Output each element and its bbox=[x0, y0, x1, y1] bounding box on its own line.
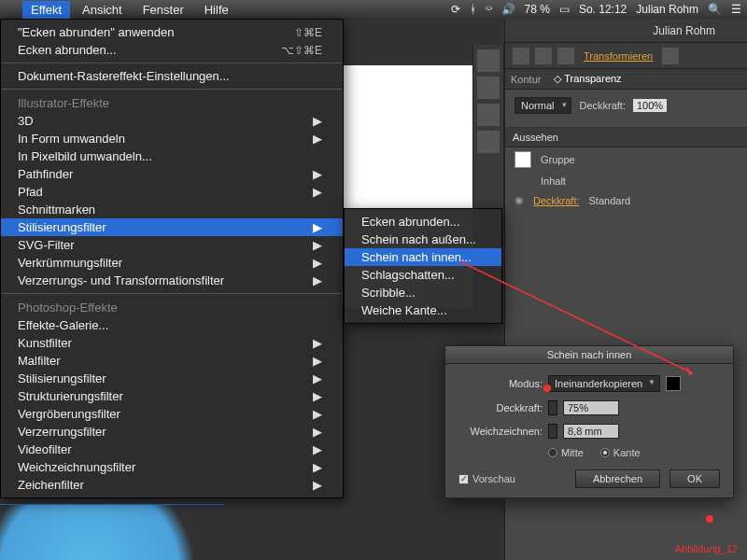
menu-convert-shape[interactable]: In Form umwandeln▶ bbox=[1, 130, 343, 147]
menu-svg-filter[interactable]: SVG-Filter▶ bbox=[1, 236, 343, 254]
mode-select[interactable]: Ineinanderkopieren bbox=[548, 375, 660, 392]
menu-blur[interactable]: Weichzeichnungsfilter▶ bbox=[1, 458, 343, 476]
blur-stepper[interactable] bbox=[548, 424, 557, 439]
dialog-opacity-label: Deckkraft: bbox=[458, 402, 543, 413]
appearance-header[interactable]: Aussehen bbox=[505, 128, 747, 147]
battery-icon[interactable]: ▭ bbox=[559, 3, 570, 16]
menu-pixelate[interactable]: Vergröberungsfilter▶ bbox=[1, 405, 343, 423]
tab-transparenz[interactable]: ◇ Transparenz bbox=[554, 73, 621, 85]
opacity-field[interactable]: 100% bbox=[633, 99, 667, 112]
submenu-scribble[interactable]: Scribble... bbox=[345, 284, 501, 301]
group-thumbnail bbox=[514, 151, 531, 168]
opacity-stepper[interactable] bbox=[548, 400, 557, 415]
menu-sketch[interactable]: Zeichenfilter▶ bbox=[1, 476, 343, 494]
blend-mode-select[interactable]: Normal bbox=[514, 97, 571, 114]
spotlight-icon[interactable]: 🔍 bbox=[708, 3, 722, 16]
annotation-caption: Abbildung_12 bbox=[675, 543, 738, 554]
menu-effect-gallery[interactable]: Effekte-Galerie... bbox=[1, 316, 343, 334]
menu-cropmarks[interactable]: Schnittmarken bbox=[1, 201, 343, 218]
menu-separator bbox=[2, 63, 342, 63]
align-icon[interactable] bbox=[557, 48, 574, 64]
bluetooth-icon[interactable]: ᚼ bbox=[470, 3, 476, 16]
wifi-icon[interactable]: ⌔ bbox=[486, 3, 492, 16]
menu-raster-settings[interactable]: Dokument-Rastereffekt-Einstellungen... bbox=[1, 67, 343, 85]
menu-brush-strokes[interactable]: Malfilter▶ bbox=[1, 352, 343, 370]
submenu-outer-glow[interactable]: Schein nach außen... bbox=[345, 231, 501, 248]
menu-hilfe[interactable]: Hilfe bbox=[196, 1, 237, 19]
appearance-opacity-row[interactable]: ◉ Deckkraft: Standard bbox=[505, 190, 747, 210]
align-icon[interactable] bbox=[535, 48, 552, 64]
menu-ps-stylize[interactable]: Stilisierungsfilter▶ bbox=[1, 370, 343, 387]
preview-checkbox[interactable]: ✓Vorschau bbox=[458, 473, 515, 484]
menu-path[interactable]: Pfad▶ bbox=[1, 183, 343, 201]
stylize-submenu: Ecken abrunden... Schein nach außen... S… bbox=[344, 208, 502, 324]
glow-color-swatch[interactable] bbox=[666, 376, 681, 391]
group-label: Gruppe bbox=[541, 154, 575, 165]
menu-3d[interactable]: 3D▶ bbox=[1, 112, 343, 130]
menubar-user[interactable]: Julian Rohm bbox=[636, 3, 698, 16]
menu-stylize[interactable]: Stilisierungsfilter▶ bbox=[1, 218, 343, 236]
annotation-dot bbox=[543, 385, 551, 392]
tool-icon[interactable] bbox=[477, 104, 500, 126]
transform-link[interactable]: Transformieren bbox=[580, 50, 656, 62]
menu-warp[interactable]: Verkrümmungsfilter▶ bbox=[1, 254, 343, 272]
menu-header-illustrator: Illustrator-Effekte bbox=[1, 93, 343, 112]
notification-center-icon[interactable]: ☰ bbox=[731, 3, 741, 16]
user-bar: Julian Rohm bbox=[505, 19, 747, 43]
blur-input[interactable]: 8,8 mm bbox=[563, 424, 619, 439]
dialog-title: Schein nach innen bbox=[445, 346, 733, 364]
menu-separator bbox=[2, 293, 342, 294]
clock[interactable]: So. 12:12 bbox=[579, 3, 627, 16]
contents-label: Inhalt bbox=[541, 175, 566, 187]
annotation-dot bbox=[706, 515, 713, 523]
artwork-shape bbox=[0, 504, 224, 560]
opacity-value: Standard bbox=[589, 195, 631, 206]
inner-glow-dialog: Schein nach innen Modus: Ineinanderkopie… bbox=[444, 345, 734, 498]
tab-kontur[interactable]: Kontur bbox=[511, 74, 541, 85]
options-row: Transformieren bbox=[505, 43, 747, 69]
menu-rasterize[interactable]: In Pixelbild umwandeln... bbox=[1, 147, 343, 165]
ok-button[interactable]: OK bbox=[669, 469, 720, 488]
menu-video[interactable]: Videofilter▶ bbox=[1, 441, 343, 458]
menu-separator bbox=[2, 89, 342, 90]
menu-header-photoshop: Photoshop-Effekte bbox=[1, 298, 343, 316]
tool-icon[interactable] bbox=[477, 49, 500, 72]
blur-label: Weichzeichnen: bbox=[458, 426, 543, 437]
visibility-icon[interactable]: ◉ bbox=[514, 194, 524, 206]
effekt-menu: "Ecken abrunden" anwenden⇧⌘E Ecken abrun… bbox=[0, 19, 344, 498]
sync-icon[interactable]: ⟳ bbox=[451, 3, 460, 16]
battery-percent: 78 % bbox=[525, 3, 550, 16]
menu-apply-last[interactable]: "Ecken abrunden" anwenden⇧⌘E bbox=[1, 23, 343, 41]
menu-last-effect[interactable]: Ecken abrunden...⌥⇧⌘E bbox=[1, 41, 343, 59]
panel-tabs: Kontur ◇ Transparenz bbox=[505, 69, 747, 90]
volume-icon[interactable]: 🔊 bbox=[501, 3, 515, 16]
menu-artistic[interactable]: Kunstfilter▶ bbox=[1, 334, 343, 352]
radio-center[interactable]: Mitte bbox=[548, 447, 584, 458]
appearance-group-row[interactable]: Gruppe bbox=[505, 147, 747, 172]
menu-texture[interactable]: Strukturierungsfilter▶ bbox=[1, 387, 343, 405]
status-tray: ⟳ ᚼ ⌔ 🔊 78 % ▭ So. 12:12 Julian Rohm 🔍 ☰ bbox=[451, 3, 741, 16]
menu-fenster[interactable]: Fenster bbox=[134, 1, 192, 19]
menu-effekt[interactable]: Effekt bbox=[22, 1, 70, 19]
radio-edge[interactable]: Kante bbox=[600, 447, 641, 458]
transparency-panel: Normal Deckkraft: 100% bbox=[505, 90, 747, 128]
cancel-button[interactable]: Abbrechen bbox=[575, 469, 660, 488]
mode-label: Modus: bbox=[458, 378, 543, 389]
menu-distort-transform[interactable]: Verzerrungs- und Transformationsfilter▶ bbox=[1, 272, 343, 289]
menu-distort[interactable]: Verzerrungsfilter▶ bbox=[1, 423, 343, 441]
opacity-input[interactable]: 75% bbox=[563, 400, 619, 415]
user-name[interactable]: Julian Rohm bbox=[514, 24, 738, 37]
tool-icon[interactable] bbox=[477, 131, 500, 153]
submenu-inner-glow[interactable]: Schein nach innen... bbox=[345, 248, 501, 266]
option-icon[interactable] bbox=[662, 48, 679, 64]
tool-icon[interactable] bbox=[477, 77, 500, 99]
submenu-round-corners[interactable]: Ecken abrunden... bbox=[345, 213, 501, 231]
submenu-drop-shadow[interactable]: Schlagschatten... bbox=[345, 266, 501, 284]
submenu-feather[interactable]: Weiche Kante... bbox=[345, 301, 501, 319]
menu-ansicht[interactable]: Ansicht bbox=[74, 1, 131, 19]
appearance-contents-row[interactable]: Inhalt bbox=[505, 172, 747, 190]
menu-pathfinder[interactable]: Pathfinder▶ bbox=[1, 165, 343, 183]
align-icon[interactable] bbox=[513, 48, 529, 64]
opacity-link[interactable]: Deckkraft: bbox=[533, 195, 580, 206]
macos-menubar: Effekt Ansicht Fenster Hilfe ⟳ ᚼ ⌔ 🔊 78 … bbox=[0, 0, 747, 19]
